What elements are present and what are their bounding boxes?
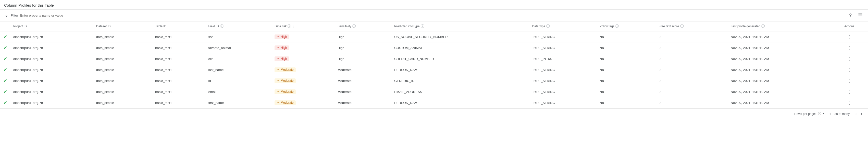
row-data-type: TYPE_STRING: [529, 75, 597, 86]
risk-badge-icon: ⚠: [277, 35, 280, 39]
row-policy-tags: No: [596, 64, 655, 75]
table-row: ✔ dlppsbqrun1-proj-78 data_simple basic_…: [0, 53, 868, 64]
row-table-id: basic_test1: [152, 97, 205, 108]
row-sensitivity: High: [335, 53, 391, 64]
col-header-table-id: Table ID: [152, 22, 205, 31]
table-row: ✔ dlppsbqrun1-proj-78 data_simple basic_…: [0, 86, 868, 97]
filter-input[interactable]: [20, 13, 846, 17]
chevron-left-icon: ‹: [855, 111, 857, 116]
rows-per-page-select[interactable]: 30 ▼: [818, 112, 825, 116]
column-settings-button[interactable]: [857, 11, 864, 20]
row-dataset-id: data_simple: [93, 75, 152, 86]
col-header-project-id: Project ID: [10, 22, 93, 31]
table-row: ✔ dlppsbqrun1-proj-78 data_simple basic_…: [0, 31, 868, 43]
row-predicted-infotype: EMAIL_ADDRESS: [391, 86, 529, 97]
row-data-risk: ⚠ Moderate: [272, 75, 335, 86]
row-table-id: basic_test1: [152, 31, 205, 43]
row-data-type: TYPE_INT64: [529, 53, 597, 64]
row-predicted-infotype: CUSTOM_ANIMAL: [391, 43, 529, 53]
actions-menu-button[interactable]: ⋮: [834, 56, 865, 62]
row-sensitivity: High: [335, 31, 391, 43]
row-free-text-score: 0: [656, 64, 728, 75]
row-free-text-score: 0: [656, 31, 728, 43]
status-check-icon: ✔: [3, 89, 7, 94]
help-icon: ?: [849, 13, 852, 18]
actions-menu-button[interactable]: ⋮: [834, 45, 865, 51]
row-table-id: basic_test1: [152, 53, 205, 64]
row-last-profile-generated: Nov 29, 2021, 1:31:19 AM: [728, 43, 831, 53]
row-sensitivity: Moderate: [335, 97, 391, 108]
filter-actions: ?: [848, 11, 864, 20]
risk-badge-icon: ⚠: [277, 79, 280, 83]
prev-page-button[interactable]: ‹: [854, 111, 858, 117]
row-policy-tags: No: [596, 43, 655, 53]
actions-menu-button[interactable]: ⋮: [834, 78, 865, 84]
row-policy-tags: No: [596, 97, 655, 108]
status-check-icon: ✔: [3, 56, 7, 61]
rows-per-page: Rows per page: 30 ▼: [794, 112, 825, 116]
field-id-help-icon[interactable]: ⓘ: [220, 24, 223, 29]
row-sensitivity: Moderate: [335, 86, 391, 97]
table-row: ✔ dlppsbqrun1-proj-78 data_simple basic_…: [0, 64, 868, 75]
pagination-range: 1 – 30 of many: [830, 112, 849, 116]
status-check-icon: ✔: [3, 34, 7, 39]
risk-badge-icon: ⚠: [277, 101, 280, 105]
row-data-type: TYPE_STRING: [529, 86, 597, 97]
row-actions: ⋮: [831, 86, 868, 97]
table-row: ✔ dlppsbqrun1-proj-78 data_simple basic_…: [0, 43, 868, 53]
last-profile-help-icon[interactable]: ⓘ: [761, 24, 765, 29]
row-table-id: basic_test1: [152, 43, 205, 53]
col-header-field-id: Field ID ⓘ: [205, 22, 272, 31]
row-free-text-score: 0: [656, 97, 728, 108]
row-last-profile-generated: Nov 29, 2021, 1:31:19 AM: [728, 75, 831, 86]
table-row: ✔ dlppsbqrun1-proj-78 data_simple basic_…: [0, 97, 868, 108]
row-table-id: basic_test1: [152, 75, 205, 86]
row-status: ✔: [0, 86, 10, 97]
free-text-score-help-icon[interactable]: ⓘ: [680, 24, 684, 29]
filter-label: Filter: [11, 13, 18, 17]
row-predicted-infotype: PERSON_NAME: [391, 64, 529, 75]
row-data-risk: ⚠ Moderate: [272, 97, 335, 108]
actions-menu-button[interactable]: ⋮: [834, 89, 865, 95]
row-last-profile-generated: Nov 29, 2021, 1:31:19 AM: [728, 31, 831, 43]
chevron-right-icon: ›: [861, 111, 862, 116]
data-risk-sort-icon[interactable]: ↓: [292, 24, 294, 28]
help-button[interactable]: ?: [848, 12, 853, 19]
actions-menu-button[interactable]: ⋮: [834, 67, 865, 73]
row-actions: ⋮: [831, 43, 868, 53]
row-project-id: dlppsbqrun1-proj-78: [10, 86, 93, 97]
row-actions: ⋮: [831, 97, 868, 108]
actions-menu-button[interactable]: ⋮: [834, 100, 865, 106]
row-field-id: ssn: [205, 31, 272, 43]
row-sensitivity: Moderate: [335, 75, 391, 86]
row-table-id: basic_test1: [152, 64, 205, 75]
row-free-text-score: 0: [656, 53, 728, 64]
row-predicted-infotype: CREDIT_CARD_NUMBER: [391, 53, 529, 64]
row-data-risk: ⚠ High: [272, 31, 335, 43]
row-actions: ⋮: [831, 64, 868, 75]
row-policy-tags: No: [596, 75, 655, 86]
risk-badge-icon: ⚠: [277, 90, 280, 94]
next-page-button[interactable]: ›: [859, 111, 864, 117]
sensitivity-help-icon[interactable]: ⓘ: [352, 24, 356, 29]
row-actions: ⋮: [831, 53, 868, 64]
status-check-icon: ✔: [3, 45, 7, 50]
data-risk-help-icon[interactable]: ⓘ: [287, 24, 291, 29]
row-policy-tags: No: [596, 86, 655, 97]
data-type-help-icon[interactable]: ⓘ: [546, 24, 550, 29]
data-risk-badge: ⚠ Moderate: [275, 67, 296, 72]
table-container: Project ID Dataset ID Table ID Field ID …: [0, 22, 868, 108]
col-header-policy-tags: Policy tags ⓘ: [596, 22, 655, 31]
row-data-risk: ⚠ High: [272, 53, 335, 64]
row-data-type: TYPE_STRING: [529, 43, 597, 53]
col-header-data-type: Data type ⓘ: [529, 22, 597, 31]
policy-tags-help-icon[interactable]: ⓘ: [615, 24, 619, 29]
filter-icon: [4, 13, 9, 18]
actions-menu-button[interactable]: ⋮: [834, 34, 865, 40]
predicted-infotype-help-icon[interactable]: ⓘ: [421, 24, 424, 29]
data-risk-badge: ⚠ High: [275, 34, 289, 39]
row-project-id: dlppsbqrun1-proj-78: [10, 64, 93, 75]
row-last-profile-generated: Nov 29, 2021, 1:31:19 AM: [728, 97, 831, 108]
status-check-icon: ✔: [3, 78, 7, 83]
row-dataset-id: data_simple: [93, 53, 152, 64]
